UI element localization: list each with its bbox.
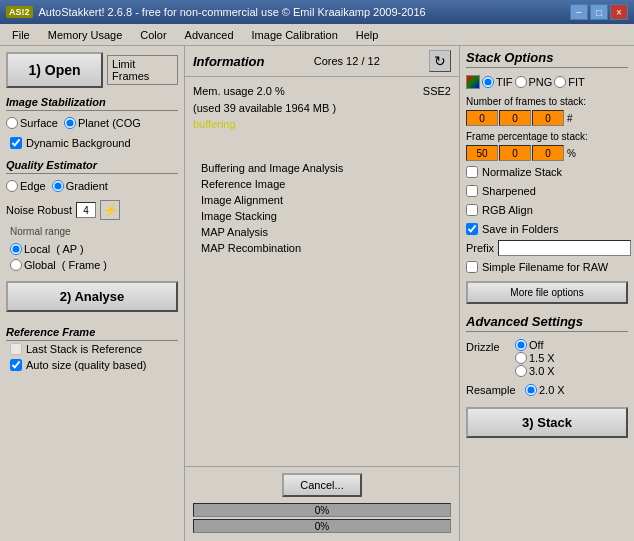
lightning-icon[interactable]: ⚡ bbox=[100, 200, 120, 220]
simple-filename-checkbox[interactable] bbox=[466, 261, 478, 273]
local-label: Local bbox=[24, 243, 50, 255]
process-item-4: MAP Analysis bbox=[201, 224, 451, 240]
auto-size-checkbox[interactable] bbox=[10, 359, 22, 371]
menu-bar: File Memory Usage Color Advanced Image C… bbox=[0, 24, 634, 46]
menu-help[interactable]: Help bbox=[348, 27, 387, 43]
normalize-stack-checkbox[interactable] bbox=[466, 166, 478, 178]
prefix-input[interactable] bbox=[498, 240, 631, 256]
menu-color[interactable]: Color bbox=[132, 27, 174, 43]
process-item-5: MAP Recombination bbox=[201, 240, 451, 256]
local-global-section: Local ( AP ) Global ( Frame ) bbox=[6, 241, 178, 273]
process-item-3: Image Stacking bbox=[201, 208, 451, 224]
frames-input-3[interactable] bbox=[532, 110, 564, 126]
prefix-label: Prefix bbox=[466, 242, 494, 254]
drizzle-section: Drizzle Off 1.5 X 3.0 X bbox=[466, 339, 628, 377]
frames-input-1[interactable] bbox=[466, 110, 498, 126]
frame-pct-input-1[interactable] bbox=[466, 145, 498, 161]
maximize-button[interactable]: □ bbox=[590, 4, 608, 20]
drizzle-30-radio[interactable] bbox=[515, 365, 527, 377]
edge-radio[interactable] bbox=[6, 180, 18, 192]
png-radio[interactable] bbox=[515, 76, 527, 88]
stack-options-title: Stack Options bbox=[466, 50, 628, 68]
info-content: Mem. usage 2.0 % SSE2 (used 39 available… bbox=[185, 77, 459, 466]
reload-icon[interactable]: ↻ bbox=[429, 50, 451, 72]
progress-row-2: 0% bbox=[193, 519, 451, 533]
sharpened-checkbox[interactable] bbox=[466, 185, 478, 197]
drizzle-off-label: Off bbox=[529, 339, 543, 351]
save-in-folders-checkbox[interactable] bbox=[466, 223, 478, 235]
sharpened-row: Sharpened bbox=[466, 183, 628, 199]
menu-image-calibration[interactable]: Image Calibration bbox=[244, 27, 346, 43]
dynamic-bg-checkbox[interactable] bbox=[10, 137, 22, 149]
last-stack-row: Last Stack is Reference bbox=[6, 341, 178, 357]
simple-filename-label: Simple Filename for RAW bbox=[482, 261, 608, 273]
frame-pct-input-3[interactable] bbox=[532, 145, 564, 161]
png-label: PNG bbox=[529, 76, 553, 88]
process-item-0: Buffering and Image Analysis bbox=[201, 160, 451, 176]
drizzle-15-radio[interactable] bbox=[515, 352, 527, 364]
info-header: Information Cores 12 / 12 ↻ bbox=[185, 46, 459, 77]
drizzle-30-label: 3.0 X bbox=[529, 365, 555, 377]
auto-size-label: Auto size (quality based) bbox=[26, 359, 146, 371]
frames-to-stack-label: Number of frames to stack: bbox=[466, 96, 628, 107]
rgb-align-row: RGB Align bbox=[466, 202, 628, 218]
progress-bar-1: 0% bbox=[193, 503, 451, 517]
fit-radio[interactable] bbox=[554, 76, 566, 88]
tif-radio[interactable] bbox=[482, 76, 494, 88]
noise-robust-value: 4 bbox=[76, 202, 96, 218]
surface-radio[interactable] bbox=[6, 117, 18, 129]
normalize-stack-row: Normalize Stack bbox=[466, 164, 628, 180]
progress-row-1: 0% bbox=[193, 503, 451, 517]
normal-range-label: Normal range bbox=[6, 226, 178, 237]
advanced-settings-title: Advanced Settings bbox=[466, 314, 628, 332]
resample-value-label: 2.0 X bbox=[539, 384, 565, 396]
gradient-label: Gradient bbox=[66, 180, 108, 192]
process-list: Buffering and Image Analysis Reference I… bbox=[193, 160, 451, 256]
resample-radio[interactable] bbox=[525, 384, 537, 396]
center-bottom: Cancel... 0% 0% bbox=[185, 466, 459, 541]
drizzle-off-radio[interactable] bbox=[515, 339, 527, 351]
open-button[interactable]: 1) Open bbox=[6, 52, 103, 88]
minimize-button[interactable]: − bbox=[570, 4, 588, 20]
menu-memory-usage[interactable]: Memory Usage bbox=[40, 27, 131, 43]
progress-label-2: 0% bbox=[315, 521, 329, 532]
image-stabilization-title: Image Stabilization bbox=[6, 96, 178, 111]
analyse-button[interactable]: 2) Analyse bbox=[6, 281, 178, 312]
global-radio[interactable] bbox=[10, 259, 22, 271]
cancel-button[interactable]: Cancel... bbox=[282, 473, 361, 497]
menu-file[interactable]: File bbox=[4, 27, 38, 43]
global-paren-label: ( Frame ) bbox=[62, 259, 107, 271]
close-button[interactable]: × bbox=[610, 4, 628, 20]
planet-radio[interactable] bbox=[64, 117, 76, 129]
mem-usage-line1: Mem. usage 2.0 % bbox=[193, 85, 285, 97]
center-panel: Information Cores 12 / 12 ↻ Mem. usage 2… bbox=[185, 46, 459, 541]
last-stack-checkbox[interactable] bbox=[10, 343, 22, 355]
surface-label: Surface bbox=[20, 117, 58, 129]
right-panel: Stack Options TIF PNG FIT Number of fram… bbox=[459, 46, 634, 541]
dynamic-bg-label: Dynamic Background bbox=[26, 137, 131, 149]
normalize-stack-label: Normalize Stack bbox=[482, 166, 562, 178]
stack-button[interactable]: 3) Stack bbox=[466, 407, 628, 438]
menu-advanced[interactable]: Advanced bbox=[177, 27, 242, 43]
pct-label: % bbox=[567, 148, 576, 159]
local-radio[interactable] bbox=[10, 243, 22, 255]
rgb-align-label: RGB Align bbox=[482, 204, 533, 216]
last-stack-label: Last Stack is Reference bbox=[26, 343, 142, 355]
frames-input-2[interactable] bbox=[499, 110, 531, 126]
app-logo: AS!2 bbox=[6, 6, 33, 18]
gradient-radio[interactable] bbox=[52, 180, 64, 192]
color-icon bbox=[466, 75, 480, 89]
left-panel: 1) Open Limit Frames Image Stabilization… bbox=[0, 46, 185, 541]
frame-pct-input-2[interactable] bbox=[499, 145, 531, 161]
planet-label: Planet (COG bbox=[78, 117, 141, 129]
hash-label: # bbox=[567, 113, 573, 124]
sse-label: SSE2 bbox=[423, 83, 451, 100]
edge-label: Edge bbox=[20, 180, 46, 192]
resample-label: Resample bbox=[466, 384, 521, 396]
mem-usage: Mem. usage 2.0 % SSE2 (used 39 available… bbox=[193, 83, 451, 116]
rgb-align-checkbox[interactable] bbox=[466, 204, 478, 216]
save-in-folders-label: Save in Folders bbox=[482, 223, 558, 235]
quality-estimator-title: Quality Estimator bbox=[6, 159, 178, 174]
more-options-button[interactable]: More file options bbox=[466, 281, 628, 304]
simple-filename-row: Simple Filename for RAW bbox=[466, 259, 628, 275]
